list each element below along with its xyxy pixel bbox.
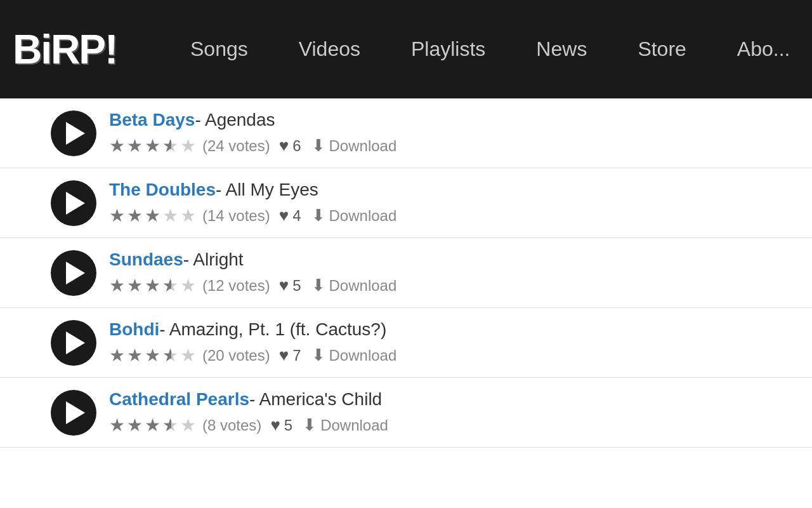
nav-store[interactable]: Store	[612, 37, 711, 61]
nav-news[interactable]: News	[511, 37, 612, 61]
song-info: Sundaes - Alright★★★★★★(12 votes)♥5⬇Down…	[109, 250, 761, 296]
star-filled: ★	[145, 275, 160, 296]
play-icon	[66, 122, 85, 145]
vote-count: (8 votes)	[202, 417, 261, 434]
star-empty: ★	[180, 205, 196, 226]
artist-name[interactable]: Bohdi	[109, 319, 159, 340]
song-row: Beta Days - Agendas★★★★★★(24 votes)♥6⬇Do…	[0, 98, 812, 168]
song-meta: ★★★★★★(12 votes)♥5⬇Download	[109, 275, 761, 296]
download-label: Download	[329, 137, 397, 155]
star-filled: ★	[145, 135, 160, 156]
star-filled: ★	[109, 135, 125, 156]
star-rating[interactable]: ★★★★★★	[109, 135, 196, 156]
star-filled: ★	[145, 345, 160, 366]
vote-count: (20 votes)	[202, 347, 270, 364]
main-nav: Songs Videos Playlists News Store Abo...	[127, 37, 812, 61]
play-button[interactable]	[51, 390, 96, 436]
nav-about[interactable]: Abo...	[712, 37, 812, 61]
song-list: Beta Days - Agendas★★★★★★(24 votes)♥6⬇Do…	[0, 98, 812, 448]
download-label: Download	[329, 207, 397, 225]
artist-name[interactable]: The Doubles	[109, 180, 216, 200]
song-row: Bohdi - Amazing, Pt. 1 (ft. Cactus?)★★★★…	[0, 308, 812, 378]
download-label: Download	[320, 417, 388, 434]
download-button[interactable]: ⬇Download	[311, 136, 397, 156]
star-filled: ★	[145, 415, 160, 436]
song-separator: - All My Eyes	[216, 180, 318, 200]
nav-playlists[interactable]: Playlists	[386, 37, 511, 61]
star-rating[interactable]: ★★★★★★	[109, 415, 196, 436]
song-row: Sundaes - Alright★★★★★★(12 votes)♥5⬇Down…	[0, 238, 812, 308]
star-filled: ★	[109, 275, 125, 296]
artist-name[interactable]: Sundaes	[109, 250, 183, 270]
star-filled: ★	[127, 135, 143, 156]
star-empty: ★	[162, 205, 178, 226]
song-info: The Doubles - All My Eyes★★★★★(14 votes)…	[109, 180, 761, 226]
star-empty: ★	[180, 275, 196, 296]
likes-count: 5	[284, 417, 292, 434]
header: BiRP! Songs Videos Playlists News Store …	[0, 0, 812, 98]
play-icon	[66, 331, 85, 354]
download-icon: ⬇	[311, 345, 325, 365]
song-row: Cathedral Pearls - America's Child★★★★★★…	[0, 378, 812, 448]
likes-count: 7	[292, 347, 301, 364]
song-meta: ★★★★★★(8 votes)♥5⬇Download	[109, 415, 761, 436]
song-title-line: The Doubles - All My Eyes	[109, 180, 761, 200]
download-label: Download	[329, 277, 397, 295]
nav-songs[interactable]: Songs	[165, 37, 273, 61]
song-separator: - Amazing, Pt. 1 (ft. Cactus?)	[159, 319, 386, 340]
heart-icon[interactable]: ♥	[279, 276, 289, 295]
vote-count: (24 votes)	[202, 137, 270, 155]
star-half: ★★	[162, 345, 178, 366]
download-button[interactable]: ⬇Download	[303, 415, 388, 435]
play-icon	[66, 401, 85, 424]
likes-count: 6	[292, 137, 301, 155]
star-rating[interactable]: ★★★★★★	[109, 275, 196, 296]
logo-text: BiRP!	[13, 29, 127, 70]
likes-count: 4	[292, 207, 301, 225]
song-meta: ★★★★★★(20 votes)♥7⬇Download	[109, 345, 761, 366]
play-button[interactable]	[51, 320, 96, 366]
star-rating[interactable]: ★★★★★★	[109, 345, 196, 366]
song-info: Cathedral Pearls - America's Child★★★★★★…	[109, 389, 761, 436]
song-row: The Doubles - All My Eyes★★★★★(14 votes)…	[0, 168, 812, 238]
song-title-line: Cathedral Pearls - America's Child	[109, 389, 761, 410]
download-button[interactable]: ⬇Download	[311, 206, 397, 225]
star-filled: ★	[127, 205, 143, 226]
play-button[interactable]	[51, 250, 96, 296]
likes-count: 5	[292, 277, 301, 295]
star-filled: ★	[127, 415, 143, 436]
play-button[interactable]	[51, 110, 96, 156]
download-button[interactable]: ⬇Download	[311, 345, 397, 365]
heart-icon[interactable]: ♥	[279, 136, 289, 156]
song-separator: - America's Child	[249, 389, 382, 410]
song-separator: - Agendas	[195, 110, 275, 130]
star-filled: ★	[109, 205, 125, 226]
play-button[interactable]	[51, 180, 96, 226]
nav-videos[interactable]: Videos	[273, 37, 386, 61]
song-info: Beta Days - Agendas★★★★★★(24 votes)♥6⬇Do…	[109, 110, 761, 156]
star-filled: ★	[109, 415, 125, 436]
download-icon: ⬇	[303, 415, 317, 435]
star-empty: ★	[180, 415, 196, 436]
download-icon: ⬇	[311, 206, 325, 225]
play-icon	[66, 262, 85, 284]
song-meta: ★★★★★(14 votes)♥4⬇Download	[109, 205, 761, 226]
star-half: ★★	[162, 135, 178, 156]
star-half: ★★	[162, 275, 178, 296]
logo: BiRP!	[13, 29, 127, 70]
heart-icon[interactable]: ♥	[279, 206, 289, 225]
song-title-line: Sundaes - Alright	[109, 250, 761, 270]
download-label: Download	[329, 347, 397, 364]
song-title-line: Beta Days - Agendas	[109, 110, 761, 130]
heart-icon[interactable]: ♥	[270, 415, 280, 435]
artist-name[interactable]: Beta Days	[109, 110, 195, 130]
star-filled: ★	[145, 205, 160, 226]
star-rating[interactable]: ★★★★★	[109, 205, 196, 226]
download-button[interactable]: ⬇Download	[311, 276, 397, 295]
artist-name[interactable]: Cathedral Pearls	[109, 389, 249, 410]
download-icon: ⬇	[311, 136, 325, 156]
play-icon	[66, 192, 85, 215]
heart-icon[interactable]: ♥	[279, 345, 289, 365]
star-filled: ★	[109, 345, 125, 366]
song-separator: - Alright	[183, 250, 244, 270]
